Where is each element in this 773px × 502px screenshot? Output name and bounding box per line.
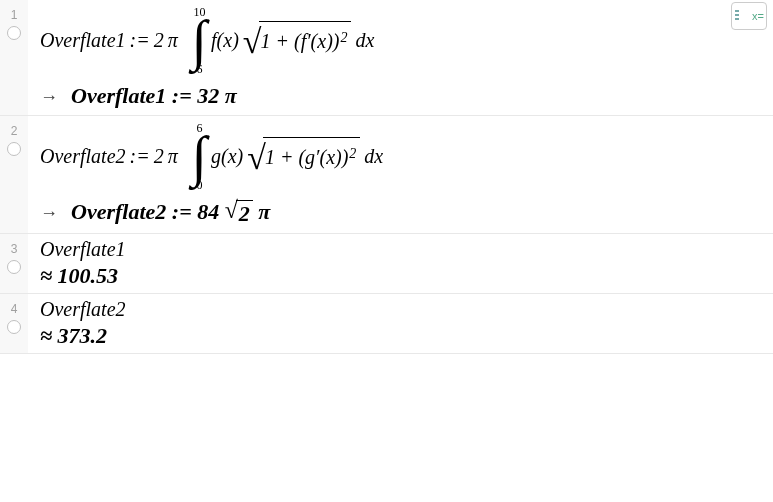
sqrt: √ 1 + ( f′(x) ) 2	[243, 21, 352, 59]
output-expression: → Overflate2 := 84 √ 2 π	[40, 199, 763, 227]
input-expression[interactable]: Overflate1 := 2 π 10 ∫ 6 f(x) √ 1 + (	[40, 6, 763, 75]
integral: 10 ∫ 6	[192, 6, 207, 75]
row-gutter: 2	[0, 116, 28, 233]
row-content: Overflate1 ≈ 100.53	[28, 234, 773, 293]
derivative: f′(x)	[301, 30, 333, 53]
cas-row[interactable]: 2 Overflate2 := 2 π 6 ∫ 0 g(x)	[0, 116, 773, 234]
sqrt-suffix: )	[342, 146, 349, 169]
lhs-name: Overflate1	[40, 29, 126, 52]
sqrt-val: 2	[236, 200, 253, 227]
out-lhs: Overflate2	[71, 199, 166, 224]
output-arrow: →	[40, 87, 58, 107]
output-expression: → Overflate1 := 32 π	[40, 83, 763, 109]
row-content: Overflate2 := 2 π 6 ∫ 0 g(x) √ 1 + (	[28, 116, 773, 233]
substitute-button[interactable]: x=	[731, 2, 767, 30]
output-expression: ≈ 373.2	[40, 323, 763, 349]
out-pi: π	[258, 199, 270, 224]
integrand-func: f(x)	[211, 29, 239, 52]
pi-symbol: π	[168, 145, 178, 168]
integral-symbol: ∫	[192, 18, 207, 63]
svg-rect-0	[735, 10, 739, 12]
out-assign: :=	[172, 199, 192, 224]
input-ref: Overflate1	[40, 238, 126, 260]
assign-op: :=	[130, 29, 150, 52]
row-index: 1	[11, 8, 18, 22]
integral: 6 ∫ 0	[192, 122, 207, 191]
approx-value: 373.2	[58, 323, 108, 348]
output-arrow: →	[40, 203, 58, 223]
lhs-name: Overflate2	[40, 145, 126, 168]
input-expression[interactable]: Overflate2 := 2 π 6 ∫ 0 g(x) √ 1 + (	[40, 122, 763, 191]
input-expression[interactable]: Overflate1	[40, 238, 763, 261]
out-assign: :=	[172, 83, 192, 108]
approx-value: 100.53	[58, 263, 119, 288]
sqrt-body: 1 + ( g′(x) ) 2	[263, 137, 360, 175]
approx-symbol: ≈	[40, 323, 52, 348]
derivative: g′(x)	[305, 146, 342, 169]
cas-row[interactable]: 1 Overflate1 := 2 π 10 ∫ 6 f(x)	[0, 0, 773, 116]
row-marble[interactable]	[7, 142, 21, 156]
integrand-func: g(x)	[211, 145, 243, 168]
row-gutter: 3	[0, 234, 28, 293]
svg-rect-2	[735, 18, 739, 20]
svg-rect-1	[735, 14, 739, 16]
row-gutter: 4	[0, 294, 28, 353]
substitute-icon	[734, 8, 750, 24]
sqrt-prefix: 1 + (	[265, 146, 305, 169]
row-content: Overflate2 ≈ 373.2	[28, 294, 773, 353]
assign-op: :=	[130, 145, 150, 168]
integral-lower: 6	[196, 63, 202, 75]
row-content: Overflate1 := 2 π 10 ∫ 6 f(x) √ 1 + (	[28, 0, 773, 115]
approx-symbol: ≈	[40, 263, 52, 288]
row-index: 3	[11, 242, 18, 256]
pi-symbol: π	[168, 29, 178, 52]
coef: 2	[154, 145, 164, 168]
sqrt-prefix: 1 + (	[261, 30, 301, 53]
output-expression: ≈ 100.53	[40, 263, 763, 289]
coef: 2	[154, 29, 164, 52]
cas-rows: 1 Overflate1 := 2 π 10 ∫ 6 f(x)	[0, 0, 773, 354]
integral-symbol: ∫	[192, 134, 207, 179]
input-ref: Overflate2	[40, 298, 126, 320]
sqrt-suffix: )	[333, 30, 340, 53]
sqrt: √ 1 + ( g′(x) ) 2	[247, 137, 360, 175]
out-val: 32	[197, 83, 219, 108]
row-marble[interactable]	[7, 320, 21, 334]
out-lhs: Overflate1	[71, 83, 166, 108]
row-gutter: 1	[0, 0, 28, 115]
input-expression[interactable]: Overflate2	[40, 298, 763, 321]
row-marble[interactable]	[7, 26, 21, 40]
cas-row[interactable]: 4 Overflate2 ≈ 373.2	[0, 294, 773, 354]
row-marble[interactable]	[7, 260, 21, 274]
out-val: 84	[197, 199, 219, 224]
power: 2	[340, 30, 347, 46]
row-index: 2	[11, 124, 18, 138]
sqrt-body: 1 + ( f′(x) ) 2	[259, 21, 352, 59]
substitute-label: x=	[752, 10, 764, 22]
integral-lower: 0	[196, 179, 202, 191]
power: 2	[349, 146, 356, 162]
cas-row[interactable]: 3 Overflate1 ≈ 100.53	[0, 234, 773, 294]
out-sqrt: √ 2	[225, 200, 253, 227]
out-pi: π	[225, 83, 237, 108]
row-index: 4	[11, 302, 18, 316]
dx: dx	[355, 29, 374, 52]
dx: dx	[364, 145, 383, 168]
